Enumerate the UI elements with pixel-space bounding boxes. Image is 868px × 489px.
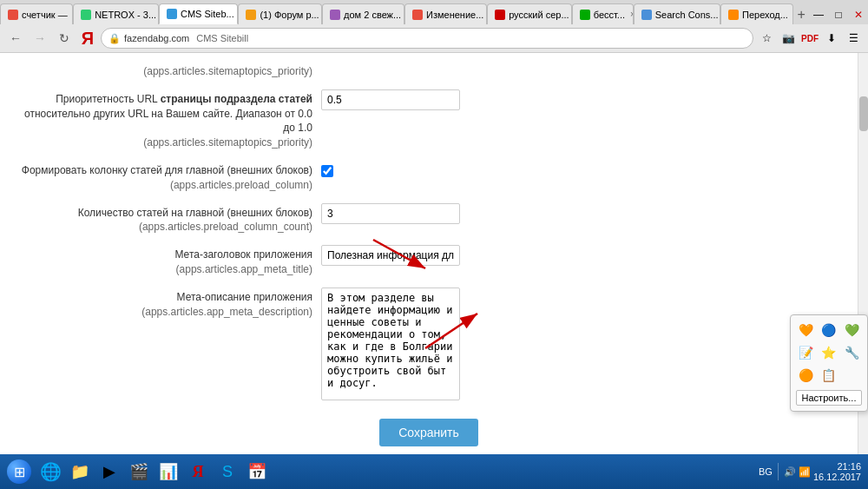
address-bar[interactable]: 🔒 fazendabg.com CMS Sitebill xyxy=(101,28,753,49)
form-row-priority: Приоритетность URL страницы подраздела с… xyxy=(17,89,840,150)
ie-icon: 🌐 xyxy=(40,461,61,482)
tab-9-favicon xyxy=(641,10,652,20)
meta-desc-control: В этом разделе вы найдете информацию и ц… xyxy=(321,287,840,403)
tab-5[interactable]: дом 2 свеж... × xyxy=(322,3,404,24)
tab-8[interactable]: бесст... × xyxy=(572,3,634,24)
tab-3[interactable]: CMS Siteb... × xyxy=(159,3,238,24)
count-input[interactable] xyxy=(321,203,460,224)
page-title-address: CMS Sitebill xyxy=(196,33,248,43)
meta-desc-field-name: (apps.articles.app_meta_description) xyxy=(141,306,312,318)
sitemap-top-label-sub: (apps.articles.sitemaptopics_priority) xyxy=(143,65,312,77)
priority-input[interactable] xyxy=(321,89,460,110)
tab-1-label: счетчик — xyxy=(22,10,68,20)
start-icon: ⊞ xyxy=(7,459,31,484)
taskbar-media[interactable]: ▶ xyxy=(95,458,123,486)
tray-lang: BG xyxy=(759,466,773,477)
meta-title-input[interactable] xyxy=(321,245,460,266)
tab-6[interactable]: Изменение... × xyxy=(404,3,487,24)
taskbar-chart[interactable]: 📊 xyxy=(155,458,182,486)
download-icon[interactable]: ⬇ xyxy=(822,29,841,48)
tab-6-favicon xyxy=(412,10,423,20)
browser-chrome: счетчик — × NETROX - 3... × CMS Siteb...… xyxy=(0,0,868,53)
count-control xyxy=(321,203,840,224)
meta-title-field-name: (apps.articles.app_meta_title) xyxy=(176,263,312,275)
close-window-button[interactable]: ✕ xyxy=(849,5,868,24)
popup-icon-5[interactable]: ⭐ xyxy=(819,343,838,362)
tab-9[interactable]: Search Cons... × xyxy=(634,3,720,24)
taskbar-skype[interactable]: S xyxy=(214,458,241,486)
meta-desc-textarea[interactable]: В этом разделе вы найдете информацию и ц… xyxy=(321,287,460,400)
chart-icon: 📊 xyxy=(158,461,179,482)
tab-10-label: Переход... xyxy=(742,10,788,20)
tab-8-close[interactable]: × xyxy=(628,10,634,19)
form-label-sitemap-top: (apps.articles.sitemaptopics_priority) xyxy=(17,62,312,79)
forward-button[interactable]: → xyxy=(30,28,50,49)
toolbar-icons: ☆ 📷 PDF ⬇ ☰ xyxy=(757,29,863,48)
popup-icon-2[interactable]: 🔵 xyxy=(819,320,838,340)
preload-control xyxy=(321,161,840,182)
tab-5-label: дом 2 свеж... xyxy=(344,10,401,20)
bookmark-icon[interactable]: ☆ xyxy=(757,29,776,48)
preload-checkbox[interactable] xyxy=(321,165,333,177)
taskbar-yandex[interactable]: Я xyxy=(184,458,212,486)
taskbar: ⊞ 🌐 📁 ▶ 🎬 📊 Я S 📅 BG 🔊 📶 21:16 16.12.201… xyxy=(0,454,868,489)
tab-3-label: CMS Siteb... xyxy=(181,9,234,19)
tab-10-favicon xyxy=(728,10,739,20)
start-button[interactable]: ⊞ xyxy=(3,458,35,486)
tray-divider xyxy=(778,463,779,480)
skype-icon: S xyxy=(217,461,238,482)
tab-5-favicon xyxy=(330,10,340,20)
popup-icon-8[interactable]: 📋 xyxy=(819,366,838,385)
save-button-row: Сохранить xyxy=(17,419,840,446)
network-icon[interactable]: 📶 xyxy=(799,466,811,478)
popup-icon-6[interactable]: 🔧 xyxy=(842,343,861,362)
priority-field-name: (apps.articles.sitemaptopics_priority) xyxy=(143,136,312,149)
tab-2[interactable]: NETROX - 3... × xyxy=(73,3,159,24)
form-label-count: Количество статей на главной (внешних бл… xyxy=(17,203,312,235)
tab-2-label: NETROX - 3... xyxy=(95,10,156,20)
yandex-logo[interactable]: Я xyxy=(78,29,97,48)
form-row-preload: Формировать колонку статей для главной (… xyxy=(17,161,840,193)
popup-icon-7[interactable]: 🟠 xyxy=(796,366,815,385)
new-tab-button[interactable]: + xyxy=(793,5,809,24)
folder-icon: 📁 xyxy=(69,461,90,482)
form-row-count: Количество статей на главной (внешних бл… xyxy=(17,203,840,235)
tab-7[interactable]: русский сер... × xyxy=(487,3,572,24)
tab-9-label: Search Cons... xyxy=(655,10,719,20)
refresh-button[interactable]: ↻ xyxy=(54,28,75,49)
taskbar-folder[interactable]: 📁 xyxy=(66,458,94,486)
tab-7-label: русский сер... xyxy=(509,10,569,20)
back-button[interactable]: ← xyxy=(5,28,26,49)
count-field-name: (apps.articles.preload_column_count) xyxy=(139,221,312,233)
tray-time: 21:16 xyxy=(813,461,861,472)
tab-1[interactable]: счетчик — × xyxy=(0,3,73,24)
taskbar-video[interactable]: 🎬 xyxy=(125,458,153,486)
tab-2-favicon xyxy=(81,10,91,20)
tab-4[interactable]: (1) Форум р... × xyxy=(238,3,322,24)
form-row-meta-desc: Мета-описание приложения (apps.articles.… xyxy=(17,287,840,403)
taskbar-ie[interactable]: 🌐 xyxy=(36,458,64,486)
minimize-button[interactable]: — xyxy=(809,5,828,24)
tab-10[interactable]: Переход... × xyxy=(720,3,793,24)
scroll-thumb[interactable] xyxy=(859,96,868,131)
popup-icon-4[interactable]: 📝 xyxy=(796,343,815,362)
popup-settings-button[interactable]: Настроить... xyxy=(796,390,862,406)
taskbar-calendar[interactable]: 📅 xyxy=(243,458,271,486)
menu-icon[interactable]: ☰ xyxy=(844,29,863,48)
calendar-icon: 📅 xyxy=(247,461,267,482)
yandex-taskbar-icon: Я xyxy=(187,461,208,482)
browser-toolbar: ← → ↻ Я 🔒 fazendabg.com CMS Sitebill ☆ 📷… xyxy=(0,24,868,52)
volume-icon[interactable]: 🔊 xyxy=(784,466,796,478)
pdf-icon[interactable]: PDF xyxy=(800,29,819,48)
tab-1-favicon xyxy=(8,10,18,20)
tab-8-label: бесст... xyxy=(594,10,625,20)
popup-icon-1[interactable]: 🧡 xyxy=(796,320,815,340)
popup-widget: 🧡 🔵 💚 📝 ⭐ 🔧 🟠 📋 Настроить... xyxy=(790,314,868,412)
tab-8-favicon xyxy=(580,10,590,20)
maximize-button[interactable]: □ xyxy=(829,5,848,24)
popup-icon-3[interactable]: 💚 xyxy=(842,320,861,340)
screenshot-icon[interactable]: 📷 xyxy=(779,29,798,48)
save-button[interactable]: Сохранить xyxy=(379,419,478,446)
form-label-priority: Приоритетность URL страницы подраздела с… xyxy=(17,89,312,150)
content-area: (apps.articles.sitemaptopics_priority) П… xyxy=(0,53,858,455)
